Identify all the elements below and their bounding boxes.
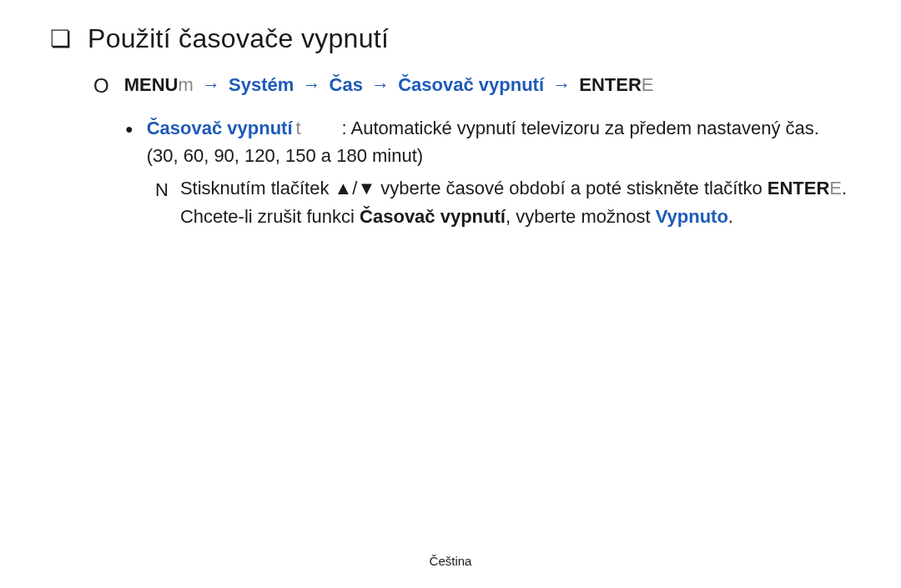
bullet-block: ● Časovač vypnutít : Automatické vypnutí… xyxy=(125,114,851,231)
breadcrumb: MENUm → Systém → Čas → Časovač vypnutí →… xyxy=(124,74,654,96)
menu-label: MENU xyxy=(124,74,179,95)
note-marker: N xyxy=(155,174,169,204)
note-content: Stisknutím tlačítek ▲/▼ vyberte časové o… xyxy=(180,174,851,231)
enter-suffix: E xyxy=(642,74,654,95)
note-text: , vyberte možnost xyxy=(506,206,656,227)
enter-label: ENTER xyxy=(768,178,830,199)
menu-suffix: m xyxy=(178,74,193,95)
arrow-icon: → xyxy=(299,74,324,95)
feature-name: Časovač vypnutí xyxy=(147,118,293,138)
footer-language: Čeština xyxy=(0,554,901,568)
box-icon: ❏ xyxy=(50,25,71,53)
title-row: ❏ Použití časovače vypnutí xyxy=(50,23,851,54)
page-title: Použití časovače vypnutí xyxy=(88,23,389,54)
enter-suffix: E xyxy=(829,178,842,199)
arrow-icon: → xyxy=(549,74,574,95)
period: . xyxy=(728,206,733,227)
enter-label: ENTER xyxy=(579,74,642,95)
arrow-icon: → xyxy=(368,74,393,95)
breadcrumb-item: Systém xyxy=(229,74,294,95)
arrow-icon: → xyxy=(199,74,224,95)
bullet-content: Časovač vypnutít : Automatické vypnutí t… xyxy=(147,114,851,169)
breadcrumb-item: Čas xyxy=(330,74,363,95)
function-name: Časovač vypnutí xyxy=(360,206,506,227)
bullet-icon: ● xyxy=(125,114,133,139)
note-row: N Stisknutím tlačítek ▲/▼ vyberte časové… xyxy=(155,174,851,231)
feature-suffix: t xyxy=(293,118,301,138)
off-label: Vypnuto xyxy=(656,206,728,227)
breadcrumb-row: O MENUm → Systém → Čas → Časovač vypnutí… xyxy=(93,74,851,96)
bullet-item: ● Časovač vypnutít : Automatické vypnutí… xyxy=(125,114,851,169)
circle-icon: O xyxy=(93,76,109,96)
note-text: Stisknutím tlačítek ▲/▼ vyberte časové o… xyxy=(180,178,763,199)
breadcrumb-item: Časovač vypnutí xyxy=(398,74,544,95)
